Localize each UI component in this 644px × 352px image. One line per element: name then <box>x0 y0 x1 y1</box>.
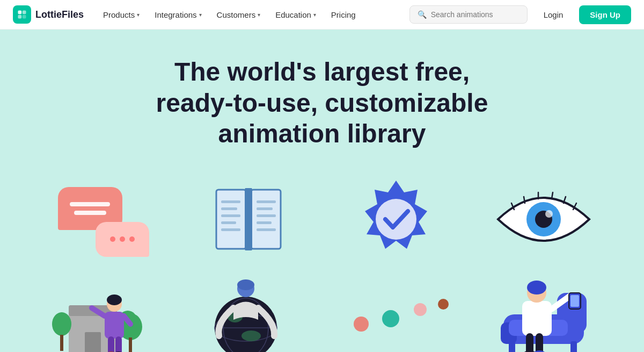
navbar: LottieFiles Products ▾ Integrations ▾ Cu… <box>0 0 644 30</box>
person-box-animation[interactable] <box>42 273 160 352</box>
svg-rect-41 <box>108 336 114 352</box>
hero-title: The world's largest free, ready-to-use, … <box>140 56 504 149</box>
bubble-line-1 <box>70 202 110 206</box>
dots-illustration <box>342 289 450 343</box>
bubble-2 <box>96 222 149 257</box>
chat-bubbles-illustration <box>53 182 149 257</box>
svg-rect-11 <box>221 228 240 231</box>
nav-item-pricing[interactable]: Pricing <box>325 6 362 24</box>
svg-rect-10 <box>221 221 236 224</box>
integrations-chevron-icon: ▾ <box>199 12 202 18</box>
svg-rect-6 <box>245 188 252 250</box>
education-chevron-icon: ▾ <box>313 12 316 18</box>
logo-text: LottieFiles <box>35 9 84 20</box>
svg-rect-42 <box>115 336 122 352</box>
svg-rect-15 <box>257 221 272 224</box>
login-button[interactable]: Login <box>534 6 573 24</box>
svg-rect-30 <box>85 332 101 352</box>
nav-item-integrations[interactable]: Integrations ▾ <box>148 6 208 24</box>
svg-point-53 <box>354 317 369 332</box>
svg-rect-16 <box>257 228 276 231</box>
search-icon: 🔍 <box>418 10 427 19</box>
nav-item-customers[interactable]: Customers ▾ <box>210 6 267 24</box>
eye-animation[interactable] <box>485 176 603 262</box>
svg-rect-72 <box>570 295 579 307</box>
svg-rect-3 <box>23 15 26 19</box>
svg-rect-8 <box>221 207 237 210</box>
svg-point-37 <box>107 294 122 305</box>
pricing-label: Pricing <box>331 10 356 19</box>
animation-row-1 <box>27 176 617 262</box>
dot-1 <box>110 236 115 242</box>
chair-illustration <box>487 271 600 352</box>
education-label: Education <box>275 10 311 19</box>
signup-button[interactable]: Sign Up <box>579 5 631 24</box>
svg-rect-14 <box>257 214 276 217</box>
svg-point-34 <box>52 312 71 336</box>
logo[interactable]: LottieFiles <box>13 5 84 24</box>
svg-rect-67 <box>526 333 533 352</box>
svg-point-56 <box>438 299 449 310</box>
svg-point-65 <box>527 281 546 294</box>
svg-rect-62 <box>570 341 577 352</box>
svg-rect-68 <box>536 333 543 352</box>
customers-label: Customers <box>217 10 256 19</box>
search-box[interactable]: 🔍 <box>409 5 528 24</box>
hero-section: The world's largest free, ready-to-use, … <box>0 30 644 352</box>
svg-rect-7 <box>221 200 240 203</box>
svg-rect-9 <box>221 214 240 217</box>
svg-point-18 <box>376 199 416 240</box>
svg-rect-33 <box>129 337 132 352</box>
nav-item-education[interactable]: Education ▾ <box>269 6 323 24</box>
animation-grid <box>27 176 617 352</box>
dot-3 <box>129 236 135 242</box>
dots-animation[interactable] <box>337 273 455 352</box>
nav-item-products[interactable]: Products ▾ <box>97 6 146 24</box>
svg-point-52 <box>237 279 254 290</box>
eye-illustration <box>493 187 595 252</box>
svg-rect-61 <box>509 341 515 352</box>
chair-animation[interactable] <box>485 273 603 352</box>
chat-animation[interactable] <box>42 176 160 262</box>
globe-animation[interactable] <box>189 273 308 352</box>
nav-items: Products ▾ Integrations ▾ Customers ▾ Ed… <box>97 6 405 24</box>
dot-2 <box>120 236 125 242</box>
svg-rect-2 <box>18 15 22 19</box>
svg-rect-4 <box>216 190 246 249</box>
logo-icon <box>13 5 31 24</box>
badge-animation[interactable] <box>337 176 455 262</box>
book-animation[interactable] <box>189 176 308 262</box>
nav-right: 🔍 Login Sign Up <box>409 5 631 24</box>
search-input[interactable] <box>431 10 519 19</box>
svg-rect-1 <box>23 11 26 15</box>
bubble-line-2 <box>74 211 106 215</box>
svg-rect-12 <box>257 200 276 203</box>
person-box-illustration <box>45 273 157 352</box>
svg-rect-35 <box>60 335 63 351</box>
integrations-label: Integrations <box>155 10 196 19</box>
svg-point-50 <box>241 331 261 341</box>
globe-illustration <box>195 271 302 352</box>
animation-row-2 <box>27 273 617 352</box>
svg-rect-0 <box>18 11 22 15</box>
book-illustration <box>208 182 289 257</box>
svg-rect-63 <box>522 301 552 336</box>
svg-rect-13 <box>257 207 273 210</box>
customers-chevron-icon: ▾ <box>258 12 260 18</box>
svg-rect-38 <box>105 312 124 339</box>
products-chevron-icon: ▾ <box>137 12 140 18</box>
svg-rect-5 <box>251 190 281 249</box>
svg-point-54 <box>382 310 399 327</box>
svg-point-21 <box>545 210 553 218</box>
badge-illustration <box>353 176 439 262</box>
svg-point-55 <box>414 303 427 316</box>
products-label: Products <box>103 10 135 19</box>
